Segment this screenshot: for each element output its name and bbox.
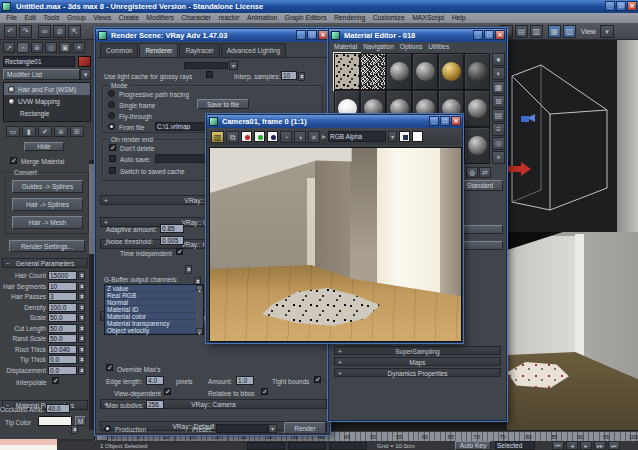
hide-button[interactable]: Hide (24, 142, 64, 151)
bind-spacewarp-icon[interactable]: ⇱ (68, 25, 81, 38)
param-field-tip-thick[interactable]: 0.0 (48, 355, 77, 364)
guides-splines-button[interactable]: Guides -> Splines (12, 180, 83, 193)
me-rollout-dynamics-properties[interactable]: Dynamics Properties (334, 368, 501, 377)
param-field-hair-count[interactable]: 15000 (48, 271, 77, 280)
sample-tiling-icon[interactable]: ⊞ (492, 95, 505, 108)
key-filter-dropdown[interactable]: Selected (495, 441, 535, 450)
menu-animation[interactable]: Animation (244, 13, 281, 23)
close-icon[interactable]: ✕ (627, 1, 637, 11)
menu-customize[interactable]: Customize (369, 13, 407, 23)
rw-minimize-icon[interactable]: _ (429, 116, 439, 126)
param-spinner[interactable] (78, 345, 85, 354)
coord-z-field[interactable] (329, 442, 367, 450)
gbuffer-channel-real-rgb[interactable]: Real RGB (105, 292, 203, 299)
gbuffer-channels-list[interactable]: Z valueReal RGBNormalMaterial IDMaterial… (104, 284, 204, 335)
gbuffer-channel-material-transparency[interactable]: Material transparency (105, 320, 203, 327)
modifier-enable-icon[interactable] (8, 86, 15, 93)
max-subdivs-field[interactable]: 256 (146, 400, 164, 409)
gbuffer-channel-normal[interactable]: Normal (105, 299, 203, 306)
go-to-start-icon[interactable]: ⏮ (552, 441, 564, 450)
param-field-hair-passes[interactable]: 3 (48, 292, 77, 301)
menu-group[interactable]: Group (64, 13, 89, 23)
adaptive-amount-spinner[interactable] (185, 265, 192, 274)
rw-close-icon[interactable]: ✕ (451, 116, 461, 126)
backlight-icon[interactable]: ◗ (492, 67, 505, 80)
save-bitmap-icon[interactable]: ▥ (211, 131, 224, 143)
preset-dropdown[interactable] (216, 424, 268, 433)
coord-y-field[interactable] (288, 442, 326, 450)
tip-color-swatch[interactable] (38, 416, 72, 426)
me-close-icon[interactable]: ✕ (495, 30, 505, 40)
param-spinner[interactable] (78, 334, 85, 343)
get-material-icon[interactable]: ◍ (466, 167, 478, 178)
tab-utilities-icon[interactable]: ✶ (73, 42, 85, 53)
param-spinner[interactable] (78, 366, 85, 375)
time-independent-checkbox[interactable] (176, 248, 183, 255)
mode-single-frame-radio[interactable] (108, 101, 115, 108)
occluded-amb-field[interactable]: 40.0 (46, 404, 70, 413)
interp-samples-spinner[interactable] (298, 72, 305, 81)
param-spinner[interactable] (78, 271, 85, 280)
menu-file[interactable]: File (3, 13, 20, 23)
view-dropdown[interactable]: ▾ (600, 25, 614, 38)
mode-progressive-radio[interactable] (108, 90, 115, 97)
general-parameters-rollout[interactable]: General Parameters (2, 258, 88, 268)
clone-window-icon[interactable]: ⧉ (226, 131, 239, 143)
prev-frame-icon[interactable]: ◂ (566, 441, 578, 450)
menu-edit[interactable]: Edit (21, 13, 39, 23)
truncated-dropdown-icon[interactable]: ▾ (229, 61, 238, 70)
next-frame-icon[interactable]: ▸▸ (594, 441, 606, 450)
monochrome-icon[interactable]: ◑ (294, 131, 306, 143)
auto-key-button[interactable]: Auto Key (455, 441, 491, 450)
me-rollout-supersampling[interactable]: SuperSampling (334, 346, 501, 355)
menu-graph-editors[interactable]: Graph Editors (281, 13, 329, 23)
render-settings-button[interactable]: Render Settings... (9, 240, 85, 252)
hair-splines-button[interactable]: Hair -> Splines (12, 198, 83, 211)
play-icon[interactable]: ▸ (580, 441, 592, 450)
stack-item-uvw-mapping[interactable]: UVW Mapping (4, 95, 90, 107)
truncated-control[interactable] (184, 62, 228, 69)
occluded-amb-spinner[interactable] (71, 425, 78, 434)
material-slot-1[interactable] (334, 53, 360, 90)
edge-length-field[interactable]: 4.0 (146, 376, 164, 385)
tight-bounds-checkbox[interactable] (314, 376, 321, 383)
gbuffer-channel-object-velocity[interactable]: Object velocity (105, 327, 203, 334)
adaptive-amount-field[interactable]: 0.85 (160, 224, 184, 233)
modifier-list-arrow-icon[interactable]: ▾ (80, 69, 91, 80)
minimize-icon[interactable]: _ (605, 1, 615, 11)
menu-rendering[interactable]: Rendering (331, 13, 369, 23)
render-dialog-titlebar[interactable]: Render Scene: VRay Adv 1.47.03 _ □ ✕ (96, 29, 329, 42)
material-slot-2[interactable] (360, 53, 386, 90)
menu-character[interactable]: Character (178, 13, 214, 23)
options-icon[interactable]: ◎ (492, 137, 505, 150)
hair-mesh-button[interactable]: Hair -> Mesh (12, 216, 83, 229)
menu-maxscript[interactable]: MAXScript (409, 13, 447, 23)
make-unique-icon[interactable]: ✔ (38, 126, 52, 137)
layer-manager-icon[interactable]: ▥ (530, 25, 543, 38)
background-icon[interactable]: ▦ (492, 81, 505, 94)
assign-material-icon[interactable]: ⇄ (479, 167, 491, 178)
object-color-swatch[interactable] (78, 56, 91, 67)
menu-help[interactable]: Help (448, 13, 468, 23)
render-scene-icon[interactable]: ▦ (548, 25, 561, 38)
mode-from-file-radio[interactable] (108, 123, 115, 130)
sample-type-icon[interactable]: ● (492, 53, 505, 66)
gbuffer-channel-material-color[interactable]: Material color (105, 313, 203, 320)
maximize-icon[interactable]: □ (616, 1, 626, 11)
go-to-end-icon[interactable]: ⏭ (608, 441, 620, 450)
tab-advanced-lighting[interactable]: Advanced Lighting (221, 43, 287, 57)
blue-channel-button[interactable] (267, 131, 278, 142)
override-max-checkbox[interactable] (106, 364, 113, 371)
layer-swatch-button[interactable] (399, 131, 410, 142)
param-field-cut-length[interactable]: 50.0 (48, 324, 77, 333)
me-menu-utilities[interactable]: Utilities (428, 42, 449, 51)
modifier-list-dropdown[interactable]: Modifier List (3, 69, 80, 80)
menu-create[interactable]: Create (115, 13, 142, 23)
color-swatch-white[interactable] (412, 131, 423, 142)
tab-modify-icon[interactable]: ⌁ (17, 42, 29, 53)
relative-bbox-checkbox[interactable] (261, 388, 268, 395)
configure-stack-icon[interactable]: ⊞ (70, 126, 84, 137)
schematic-view-icon[interactable]: ▤ (515, 25, 528, 38)
me-menu-options[interactable]: Options (400, 42, 422, 51)
stack-item-rectangle[interactable]: Rectangle (4, 107, 90, 119)
